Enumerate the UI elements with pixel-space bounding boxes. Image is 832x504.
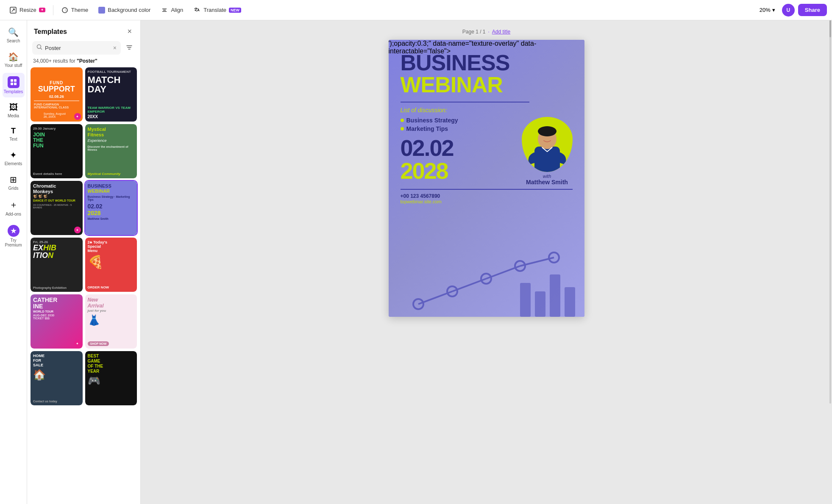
search-icon: 🔍 [8, 27, 19, 37]
poster-bullets: Business Strategy Marketing Tips [401, 117, 458, 132]
translate-button[interactable]: Translate NEW [189, 4, 245, 17]
search-input[interactable] [45, 45, 111, 51]
sidebar-item-grids[interactable]: ⊞ Grids [3, 171, 25, 194]
sidebar-item-templates[interactable]: Templates [3, 73, 25, 97]
sidebar-item-your-stuff[interactable]: 🏠 Your stuff [3, 48, 25, 71]
poster-phone: +00 123 4567890 [401, 193, 573, 199]
resize-icon [9, 6, 17, 14]
media-icon: 🖼 [9, 102, 18, 112]
template-card-7[interactable]: Fri, 25-26 EXHIBITION Photography Exhibi… [31, 238, 83, 292]
templates-panel: Templates × × 34,000+ results for "Poste… [27, 20, 141, 504]
bullet-dot-2 [401, 127, 404, 130]
sidebar-item-try-premium[interactable]: ★ Try Premium [3, 222, 25, 251]
text-icon: T [11, 127, 16, 136]
panel-title: Templates [34, 28, 67, 36]
templates-icon [8, 76, 19, 88]
icon-sidebar: 🔍 Search 🏠 Your stuff Templates 🖼 Media … [0, 20, 27, 504]
separator1 [53, 5, 53, 15]
canvas-area: Page 1 / 1 · Add title ');opacity:0.3;" … [141, 20, 832, 504]
poster-divider2 [401, 189, 573, 190]
template-card-2[interactable]: FOOTBALL TOURNAMENT MATCHDAY TEAM WARRIO… [85, 67, 137, 122]
svg-line-10 [41, 48, 42, 50]
sidebar-item-search[interactable]: 🔍 Search [3, 24, 25, 47]
chevron-down-icon: ▾ [772, 7, 775, 13]
search-clear-button[interactable]: × [113, 44, 117, 51]
premium-badge: ✦ [74, 113, 81, 120]
premium-badge3: ✦ [74, 340, 81, 347]
home-icon: 🏠 [8, 52, 19, 62]
avatar[interactable]: U [782, 4, 795, 17]
align-icon [161, 6, 168, 14]
template-card-3[interactable]: 29-30 January JOINTHEFUN Event details h… [31, 124, 83, 178]
svg-rect-8 [14, 83, 17, 85]
zoom-control[interactable]: 20% ▾ [756, 5, 779, 15]
toolbar: Resize ✦ Theme Background color Align Tr… [0, 0, 832, 20]
search-icon2 [36, 44, 42, 52]
resize-button[interactable]: Resize ✦ [5, 4, 50, 17]
toolbar-right: 20% ▾ U Share [756, 4, 827, 17]
svg-rect-6 [14, 79, 17, 82]
sidebar-item-text[interactable]: T Text [3, 123, 25, 145]
bullet-dot-1 [401, 119, 404, 122]
addons-icon: ＋ [9, 199, 18, 210]
poster-middle-row: Business Strategy Marketing Tips 02.02 2… [401, 117, 573, 186]
poster-date: 02.02 2028 [401, 136, 458, 182]
canvas-frame[interactable]: ');opacity:0.3;" data-name="texture-over… [389, 40, 584, 317]
premium-badge2: ✦ [74, 227, 81, 233]
align-button[interactable]: Align [156, 4, 187, 17]
theme-icon [61, 6, 69, 14]
template-card-4[interactable]: MysticalFitnessExperience Discover the e… [85, 124, 137, 178]
poster-discussion: List of discussion: [401, 107, 573, 114]
grid-columns: FUND SUPPORT 02.08.26 FUND CAMPAIGN INTE… [31, 67, 137, 405]
share-button[interactable]: Share [798, 4, 827, 16]
poster-speaker: with Matthew Smith [522, 117, 573, 186]
page-label[interactable]: Page 1 / 1 · Add title [462, 29, 510, 35]
elements-icon: ✦ [10, 150, 17, 160]
translate-icon [193, 6, 201, 14]
template-card-9[interactable]: CATHERINE WORLD TOUR AUG-DEC 2030 TICKET… [31, 294, 83, 349]
templates-grid: FUND SUPPORT 02.08.26 FUND CAMPAIGN INTE… [27, 67, 140, 504]
grids-icon: ⊞ [10, 174, 17, 185]
template-card-11[interactable]: HOMEFORSALE 🏠 Contact us today [31, 351, 83, 405]
sidebar-item-elements[interactable]: ✦ Elements [3, 147, 25, 169]
main-layout: 🔍 Search 🏠 Your stuff Templates 🖼 Media … [0, 20, 832, 504]
template-card-8[interactable]: 2♣ Today'sSpecialMenu 🍕 ORDER NOW [85, 238, 137, 292]
poster-content: BUSINESS WEBINAR List of discussion: Bus… [389, 40, 584, 317]
bullet-item-2: Marketing Tips [401, 125, 458, 132]
results-text: 34,000+ results for "Poster" [27, 58, 140, 67]
template-card-1[interactable]: FUND SUPPORT 02.08.26 FUND CAMPAIGN INTE… [31, 67, 83, 122]
svg-rect-5 [11, 79, 13, 82]
search-row: × [27, 41, 140, 58]
sidebar-item-media[interactable]: 🖼 Media [3, 99, 25, 122]
poster-website: topwebinar.site.com [401, 199, 573, 204]
svg-rect-7 [11, 83, 13, 85]
poster-divider [401, 102, 530, 102]
panel-header: Templates × [27, 20, 140, 41]
svg-point-14 [538, 126, 557, 136]
poster-bullets-wrap: Business Strategy Marketing Tips 02.02 2… [401, 117, 458, 182]
bullet-item-1: Business Strategy [401, 117, 458, 124]
speaker-image [522, 117, 573, 172]
translate-badge: NEW [229, 8, 241, 13]
sidebar-item-addons[interactable]: ＋ Add-ons [3, 196, 25, 220]
template-card-12[interactable]: BESTGAMEOF THEYEAR 🎮 [85, 351, 137, 405]
bg-color-icon [98, 7, 105, 14]
filter-icon [126, 44, 133, 51]
resize-badge: ✦ [39, 8, 45, 12]
premium-icon: ★ [8, 225, 19, 237]
search-wrap: × [32, 41, 121, 55]
bg-color-button[interactable]: Background color [94, 4, 155, 16]
panel-close-button[interactable]: × [125, 26, 134, 37]
template-card-10[interactable]: NewArrival just for you 👗 SHOP NOW [85, 294, 137, 349]
template-card-6[interactable]: BUSINESSWEBINAR Business Strategy · Mark… [85, 181, 137, 235]
theme-button[interactable]: Theme [57, 4, 92, 17]
filter-button[interactable] [123, 42, 135, 55]
poster-title-line1[interactable]: BUSINESS WEBINAR [401, 52, 573, 96]
template-card-5[interactable]: ChromaticMonkeys 🐒 🐒 🐒 DANCE IT OUT WORL… [31, 181, 83, 235]
speaker-silhouette [522, 117, 573, 172]
